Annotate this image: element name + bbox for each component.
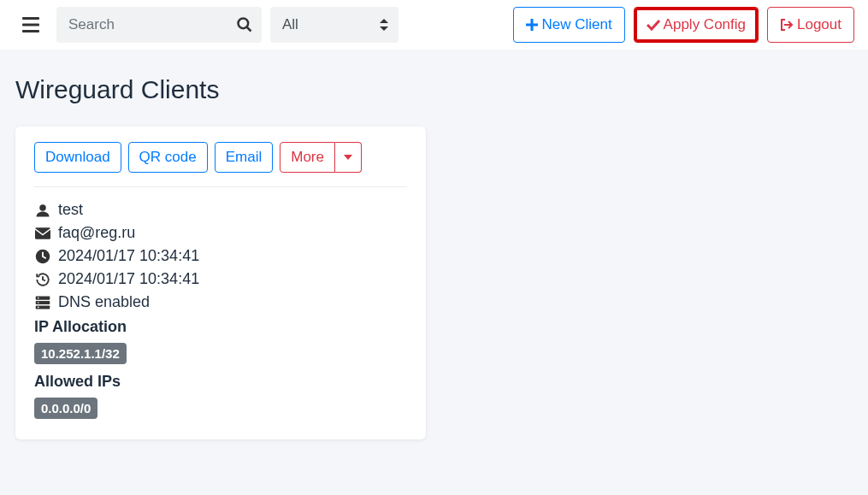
svg-rect-2 <box>22 30 39 32</box>
ip-allocation-badge: 10.252.1.1/32 <box>34 343 127 364</box>
new-client-label: New Client <box>541 15 611 35</box>
svg-rect-0 <box>22 17 39 20</box>
svg-rect-12 <box>35 227 50 239</box>
ip-allocation-heading: IP Allocation <box>34 318 407 336</box>
apply-config-button[interactable]: Apply Config <box>634 7 759 43</box>
logout-label: Logout <box>797 15 841 35</box>
page-title: Wireguard Clients <box>15 75 853 104</box>
allowed-ip-badge: 0.0.0.0/0 <box>34 398 97 419</box>
filter-select[interactable]: All <box>270 7 399 43</box>
envelope-icon <box>34 227 51 239</box>
client-email-line: faq@reg.ru <box>34 224 407 242</box>
history-icon <box>34 272 51 287</box>
more-button[interactable]: More <box>280 142 335 173</box>
svg-point-17 <box>38 297 39 298</box>
sort-caret-icon <box>380 19 388 31</box>
client-name-line: test <box>34 201 407 219</box>
client-email: faq@reg.ru <box>58 224 135 242</box>
sign-out-icon <box>780 18 794 32</box>
server-icon <box>34 295 51 310</box>
user-icon <box>34 203 51 218</box>
svg-point-18 <box>38 302 39 303</box>
svg-rect-1 <box>22 24 39 27</box>
client-action-row: Download QR code Email More <box>34 142 407 187</box>
client-dns-status: DNS enabled <box>58 293 150 311</box>
client-created-at: 2024/01/17 10:34:41 <box>58 247 199 265</box>
apply-config-label: Apply Config <box>664 15 746 35</box>
plus-icon <box>526 19 538 31</box>
client-card: Download QR code Email More test faq@reg… <box>15 127 426 439</box>
client-updated-line: 2024/01/17 10:34:41 <box>34 270 407 288</box>
more-dropdown-toggle[interactable] <box>335 142 362 173</box>
svg-point-3 <box>239 19 249 29</box>
more-button-group: More <box>280 142 362 173</box>
client-dns-line: DNS enabled <box>34 293 407 311</box>
client-name: test <box>58 201 83 219</box>
logout-button[interactable]: Logout <box>767 7 854 43</box>
svg-marker-6 <box>380 27 388 31</box>
search-icon <box>236 16 253 33</box>
allowed-ips-heading: Allowed IPs <box>34 373 407 391</box>
filter-selected-value: All <box>282 16 298 33</box>
svg-marker-10 <box>344 155 352 160</box>
caret-down-icon <box>344 155 352 160</box>
top-navbar: All New Client Apply Config Logout <box>0 0 868 50</box>
client-updated-at: 2024/01/17 10:34:41 <box>58 270 199 288</box>
page-body: Wireguard Clients Download QR code Email… <box>0 50 868 457</box>
email-button[interactable]: Email <box>215 142 274 173</box>
new-client-button[interactable]: New Client <box>513 7 624 43</box>
menu-toggle-button[interactable] <box>14 8 48 42</box>
svg-point-11 <box>39 204 46 211</box>
hamburger-icon <box>22 17 39 32</box>
search-wrapper <box>56 7 262 43</box>
search-input[interactable] <box>56 7 262 43</box>
check-icon <box>647 19 660 31</box>
qr-code-button[interactable]: QR code <box>128 142 208 173</box>
clock-icon <box>34 249 51 264</box>
svg-point-19 <box>38 306 39 308</box>
svg-marker-5 <box>380 19 388 23</box>
download-button[interactable]: Download <box>34 142 121 173</box>
client-created-line: 2024/01/17 10:34:41 <box>34 247 407 265</box>
svg-line-4 <box>247 27 251 32</box>
